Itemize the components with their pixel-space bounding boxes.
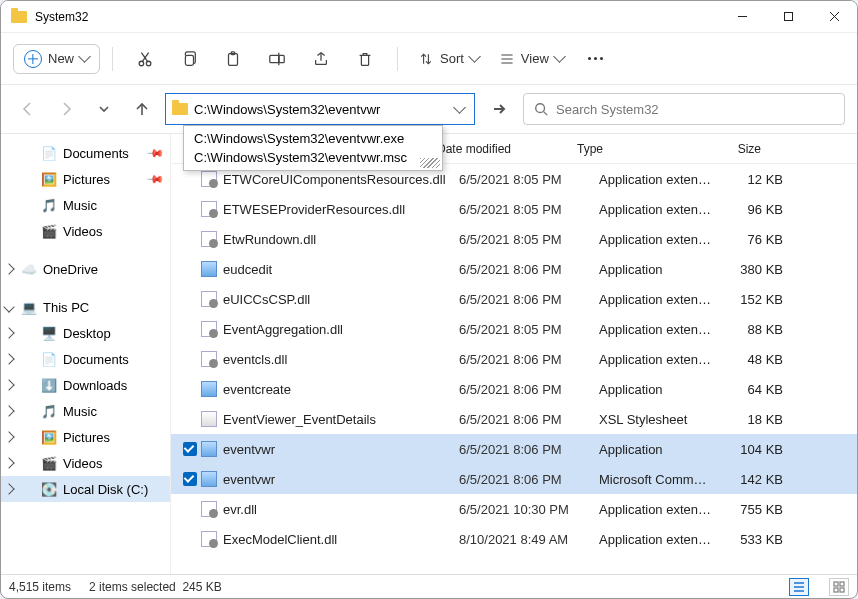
sidebar-item-thispc[interactable]: 💻 This PC — [1, 294, 170, 320]
file-row[interactable]: EventViewer_EventDetails 6/5/2021 8:06 P… — [171, 404, 857, 434]
file-date: 6/5/2021 8:06 PM — [451, 412, 591, 427]
share-button[interactable] — [301, 40, 341, 78]
address-suggestion[interactable]: C:\Windows\System32\eventvwr.exe — [184, 129, 442, 148]
file-date: 6/5/2021 8:06 PM — [451, 262, 591, 277]
file-name: eudcedit — [223, 262, 451, 277]
sidebar-item[interactable]: 🎬Videos — [1, 218, 170, 244]
new-button[interactable]: New — [13, 44, 100, 74]
search-box[interactable]: Search System32 — [523, 93, 845, 125]
column-date[interactable]: Date modified — [429, 142, 569, 156]
sidebar-item-onedrive[interactable]: ☁️ OneDrive — [1, 256, 170, 282]
chevron-right-icon[interactable] — [3, 405, 14, 416]
chevron-right-icon[interactable] — [3, 431, 14, 442]
up-button[interactable] — [127, 94, 157, 124]
sidebar-item[interactable]: 📄Documents — [1, 346, 170, 372]
sidebar-item[interactable]: 🖼️Pictures — [1, 424, 170, 450]
file-row[interactable]: eUICCsCSP.dll 6/5/2021 8:06 PM Applicati… — [171, 284, 857, 314]
rename-button[interactable] — [257, 40, 297, 78]
item-icon: 📄 — [41, 145, 57, 161]
file-type: Application exten… — [591, 532, 721, 547]
status-bar: 4,515 items 2 items selected 245 KB — [1, 574, 857, 598]
svg-rect-24 — [834, 588, 838, 592]
file-row[interactable]: ETWESEProviderResources.dll 6/5/2021 8:0… — [171, 194, 857, 224]
file-type: Application — [591, 442, 721, 457]
delete-button[interactable] — [345, 40, 385, 78]
address-bar[interactable] — [165, 93, 475, 125]
file-size: 48 KB — [721, 352, 791, 367]
folder-icon — [172, 103, 188, 115]
sidebar-item[interactable]: 🖥️Desktop — [1, 320, 170, 346]
file-name: eUICCsCSP.dll — [223, 292, 451, 307]
column-type[interactable]: Type — [569, 142, 699, 156]
file-list[interactable]: ETWCoreUIComponentsResources.dll 6/5/202… — [171, 164, 857, 574]
close-button[interactable] — [811, 1, 857, 33]
file-row[interactable]: eventcreate 6/5/2021 8:06 PM Application… — [171, 374, 857, 404]
chevron-right-icon[interactable] — [3, 483, 14, 494]
chevron-down-icon[interactable] — [3, 301, 14, 312]
chevron-right-icon[interactable] — [3, 263, 14, 274]
more-button[interactable] — [576, 40, 616, 78]
paste-button[interactable] — [213, 40, 253, 78]
new-label: New — [48, 51, 74, 66]
chevron-right-icon[interactable] — [3, 353, 14, 364]
chevron-right-icon[interactable] — [3, 457, 14, 468]
item-icon: 💽 — [41, 481, 57, 497]
go-button[interactable] — [483, 93, 515, 125]
folder-icon — [11, 11, 27, 23]
file-icon — [201, 411, 217, 427]
forward-button[interactable] — [51, 94, 81, 124]
item-icon: 🎬 — [41, 455, 57, 471]
navigation-pane[interactable]: 📄Documents📌🖼️Pictures📌🎵Music🎬Videos ☁️ O… — [1, 134, 171, 574]
chevron-right-icon[interactable] — [3, 379, 14, 390]
checkbox[interactable] — [183, 472, 197, 486]
sidebar-item[interactable]: 📄Documents📌 — [1, 140, 170, 166]
file-row[interactable]: eventvwr 6/5/2021 8:06 PM Application 10… — [171, 434, 857, 464]
file-name: ETWCoreUIComponentsResources.dll — [223, 172, 451, 187]
address-suggestion[interactable]: C:\Windows\System32\eventvwr.msc — [184, 148, 442, 167]
sidebar-item[interactable]: 🖼️Pictures📌 — [1, 166, 170, 192]
svg-line-6 — [142, 52, 148, 61]
maximize-button[interactable] — [765, 1, 811, 33]
file-row[interactable]: EventAggregation.dll 6/5/2021 8:05 PM Ap… — [171, 314, 857, 344]
file-row[interactable]: eudcedit 6/5/2021 8:06 PM Application 38… — [171, 254, 857, 284]
chevron-down-icon[interactable] — [453, 101, 466, 114]
chevron-right-icon[interactable] — [3, 327, 14, 338]
copy-button[interactable] — [169, 40, 209, 78]
view-button[interactable]: View — [491, 46, 572, 72]
minimize-button[interactable] — [719, 1, 765, 33]
sidebar-item[interactable]: 🎬Videos — [1, 450, 170, 476]
sidebar-item[interactable]: 💽Local Disk (C:) — [1, 476, 170, 502]
sort-button[interactable]: Sort — [410, 46, 487, 72]
file-row[interactable]: EtwRundown.dll 6/5/2021 8:05 PM Applicat… — [171, 224, 857, 254]
resize-grip-icon[interactable] — [420, 158, 440, 168]
file-size: 104 KB — [721, 442, 791, 457]
back-button[interactable] — [13, 94, 43, 124]
file-date: 6/5/2021 8:06 PM — [451, 352, 591, 367]
checkbox[interactable] — [183, 442, 197, 456]
file-type: Microsoft Comm… — [591, 472, 721, 487]
file-name: EventAggregation.dll — [223, 322, 451, 337]
file-view: Name Date modified Type Size ETWCoreUICo… — [171, 134, 857, 574]
file-row[interactable]: eventcls.dll 6/5/2021 8:06 PM Applicatio… — [171, 344, 857, 374]
file-type: Application exten… — [591, 502, 721, 517]
address-input[interactable] — [194, 102, 449, 117]
file-icon — [201, 261, 217, 277]
file-icon — [201, 351, 217, 367]
svg-point-4 — [139, 61, 144, 66]
recent-locations-button[interactable] — [89, 94, 119, 124]
sidebar-item[interactable]: ⬇️Downloads — [1, 372, 170, 398]
svg-point-5 — [146, 61, 151, 66]
column-size[interactable]: Size — [699, 142, 769, 156]
plus-icon — [24, 50, 42, 68]
sidebar-item[interactable]: 🎵Music — [1, 398, 170, 424]
cut-button[interactable] — [125, 40, 165, 78]
file-date: 6/5/2021 8:05 PM — [451, 232, 591, 247]
file-row[interactable]: eventvwr 6/5/2021 8:06 PM Microsoft Comm… — [171, 464, 857, 494]
file-icon — [201, 321, 217, 337]
file-icon — [201, 441, 217, 457]
thumbnails-view-button[interactable] — [829, 578, 849, 596]
file-row[interactable]: ExecModelClient.dll 8/10/2021 8:49 AM Ap… — [171, 524, 857, 554]
sidebar-item[interactable]: 🎵Music — [1, 192, 170, 218]
details-view-button[interactable] — [789, 578, 809, 596]
file-row[interactable]: evr.dll 6/5/2021 10:30 PM Application ex… — [171, 494, 857, 524]
